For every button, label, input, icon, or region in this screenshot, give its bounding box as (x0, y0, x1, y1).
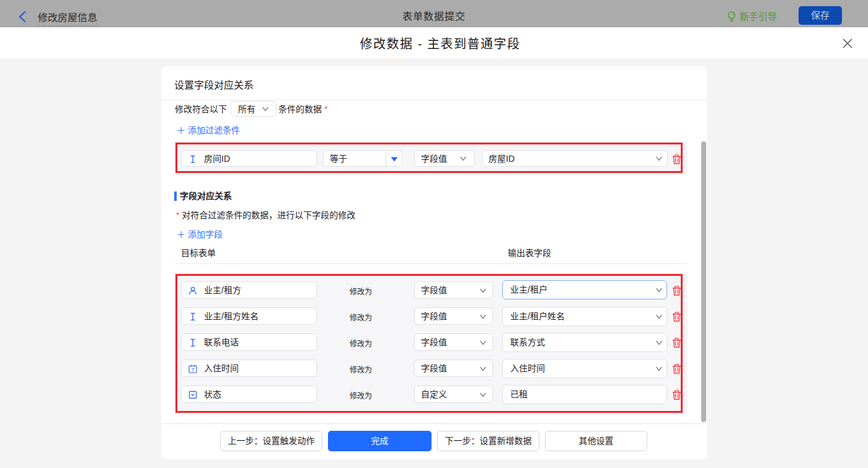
svg-text:7: 7 (192, 367, 195, 373)
